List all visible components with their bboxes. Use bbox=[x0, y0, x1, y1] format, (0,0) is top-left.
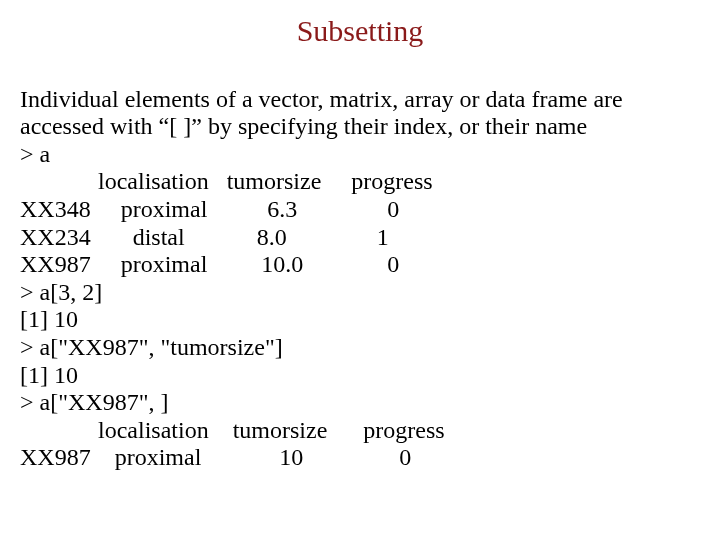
slide-title: Subsetting bbox=[20, 14, 700, 48]
prompt-a-xx987-tumorsize: > a["XX987", "tumorsize"] bbox=[20, 334, 283, 360]
slide-body: Individual elements of a vector, matrix,… bbox=[20, 58, 700, 472]
intro-line-1: Individual elements of a vector, matrix,… bbox=[20, 86, 623, 112]
result-a-3-2: [1] 10 bbox=[20, 306, 78, 332]
table-row-xx987: XX987 proximal 10.0 0 bbox=[20, 251, 399, 277]
table-row-xx348: XX348 proximal 6.3 0 bbox=[20, 196, 399, 222]
intro-line-2: accessed with “[ ]” by specifying their … bbox=[20, 113, 587, 139]
table-row-xx234: XX234 distal 8.0 1 bbox=[20, 224, 389, 250]
table-row-xx987-single: XX987 proximal 10 0 bbox=[20, 444, 411, 470]
prompt-a: > a bbox=[20, 141, 50, 167]
result-a-xx987-tumorsize: [1] 10 bbox=[20, 362, 78, 388]
table-header-1: localisation tumorsize progress bbox=[20, 168, 433, 194]
prompt-a-3-2: > a[3, 2] bbox=[20, 279, 102, 305]
table-header-2: localisation tumorsize progress bbox=[20, 417, 445, 443]
prompt-a-xx987-row: > a["XX987", ] bbox=[20, 389, 168, 415]
